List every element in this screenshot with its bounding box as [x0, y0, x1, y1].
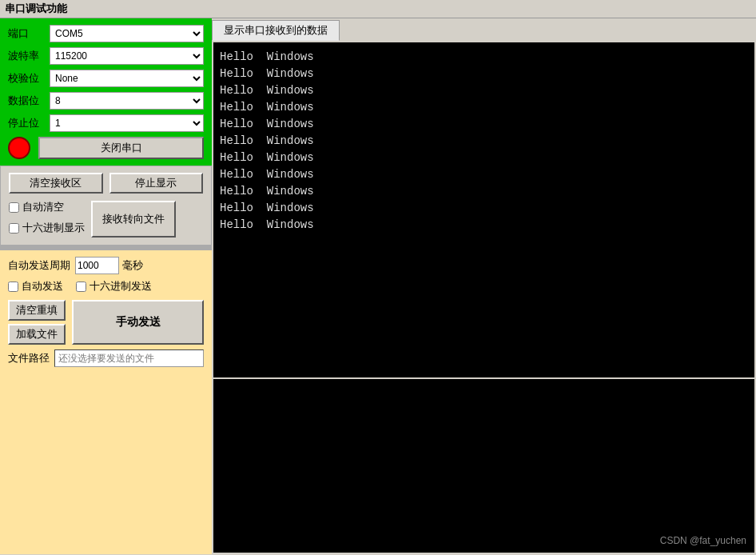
recv-line: Hello Windows [220, 200, 748, 217]
title-text: 串口调试功能 [5, 2, 67, 14]
recv-line: Hello Windows [220, 183, 748, 200]
databits-select[interactable]: 8 [50, 92, 204, 110]
tab-bar: 显示串口接收到的数据 [212, 18, 756, 41]
parity-select[interactable]: None [50, 70, 204, 87]
left-panel: 端口 COM5 波特率 115200 校验位 None 数据位 [0, 18, 212, 554]
stopbits-row: 停止位 1 [8, 114, 204, 132]
connect-row: 关闭串口 [8, 137, 204, 159]
databits-label: 数据位 [8, 94, 50, 108]
hex-send-label: 十六进制发送 [90, 279, 152, 293]
hex-display-checkbox[interactable] [9, 223, 19, 234]
recv-redirect-row: 自动清空 十六进制显示 接收转向文件 [9, 200, 203, 238]
period-input[interactable] [75, 257, 119, 274]
auto-send-label: 自动发送 [22, 279, 63, 293]
port-row: 端口 COM5 [8, 25, 204, 42]
close-port-button[interactable]: 关闭串口 [38, 137, 204, 159]
auto-clear-checkbox[interactable] [9, 202, 19, 213]
watermark: CSDN @fat_yuchen [660, 535, 746, 546]
baud-select[interactable]: 115200 [50, 47, 204, 65]
hex-send-item: 十六进制发送 [76, 279, 152, 293]
display-area: Hello WindowsHello WindowsHello WindowsH… [212, 41, 756, 554]
recv-line: Hello Windows [220, 217, 748, 234]
recv-line: Hello Windows [220, 82, 748, 99]
stopbits-label: 停止位 [8, 116, 50, 130]
file-path-label: 文件路径 [8, 351, 50, 365]
port-label: 端口 [8, 26, 50, 41]
hex-display-row: 十六进制显示 [9, 221, 85, 235]
auto-send-checkbox[interactable] [8, 281, 18, 292]
auto-send-item: 自动发送 [8, 279, 63, 293]
send-display: CSDN @fat_yuchen [213, 379, 754, 553]
title-bar: 串口调试功能 [0, 0, 756, 18]
manual-send-button[interactable]: 手动发送 [72, 300, 204, 345]
recv-display: Hello WindowsHello WindowsHello WindowsH… [213, 42, 754, 377]
send-checkbox-row: 自动发送 十六进制发送 [8, 279, 204, 293]
serial-config-section: 端口 COM5 波特率 115200 校验位 None 数据位 [0, 18, 212, 166]
hex-display-label: 十六进制显示 [22, 221, 85, 235]
auto-clear-label: 自动清空 [22, 200, 64, 214]
auto-clear-row: 自动清空 [9, 200, 85, 214]
period-label: 自动发送周期 [8, 258, 70, 273]
load-file-button[interactable]: 加载文件 [8, 324, 66, 345]
recv-checkboxes: 自动清空 十六进制显示 [9, 200, 85, 238]
parity-label: 校验位 [8, 71, 50, 86]
recv-btn-row: 清空接收区 停止显示 [9, 173, 203, 194]
recv-line: Hello Windows [220, 150, 748, 166]
send-btn-row: 清空重填 加载文件 手动发送 [8, 300, 204, 345]
file-path-row: 文件路径 [8, 349, 204, 367]
baud-label: 波特率 [8, 49, 50, 63]
recv-line: Hello Windows [220, 133, 748, 150]
period-unit: 毫秒 [122, 258, 143, 273]
send-section: 自动发送周期 毫秒 自动发送 十六进制发送 清空重填 加载文件 [0, 249, 212, 554]
connection-status-dot [8, 137, 30, 159]
stop-display-button[interactable]: 停止显示 [109, 173, 204, 194]
parity-row: 校验位 None [8, 70, 204, 87]
baud-row: 波特率 115200 [8, 47, 204, 65]
databits-row: 数据位 8 [8, 92, 204, 110]
stopbits-select[interactable]: 1 [50, 114, 204, 132]
hex-send-checkbox[interactable] [76, 281, 86, 292]
recv-lines-container: Hello WindowsHello WindowsHello WindowsH… [220, 49, 748, 234]
recv-line: Hello Windows [220, 49, 748, 66]
send-btn-col: 清空重填 加载文件 [8, 300, 66, 345]
recv-line: Hello Windows [220, 166, 748, 183]
recv-line: Hello Windows [220, 99, 748, 116]
recv-controls-section: 清空接收区 停止显示 自动清空 十六进制显示 接收转向文件 [0, 166, 212, 246]
right-panel: 显示串口接收到的数据 Hello WindowsHello WindowsHel… [212, 18, 756, 554]
redirect-file-button[interactable]: 接收转向文件 [91, 201, 176, 238]
clear-reset-button[interactable]: 清空重填 [8, 300, 66, 321]
port-select[interactable]: COM5 [50, 25, 204, 42]
send-period-row: 自动发送周期 毫秒 [8, 257, 204, 274]
file-path-input[interactable] [54, 349, 204, 367]
tab-recv-display[interactable]: 显示串口接收到的数据 [212, 20, 340, 41]
clear-recv-button[interactable]: 清空接收区 [9, 173, 103, 194]
recv-line: Hello Windows [220, 116, 748, 133]
recv-line: Hello Windows [220, 66, 748, 82]
